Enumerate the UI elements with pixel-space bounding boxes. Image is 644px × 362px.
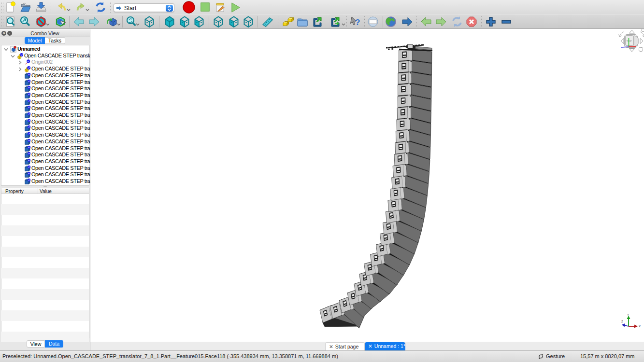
svg-text:Z: Z <box>621 320 623 323</box>
svg-text:?: ? <box>355 18 360 27</box>
svg-text:X: X <box>639 325 641 328</box>
svg-text:Y: Y <box>627 313 629 316</box>
